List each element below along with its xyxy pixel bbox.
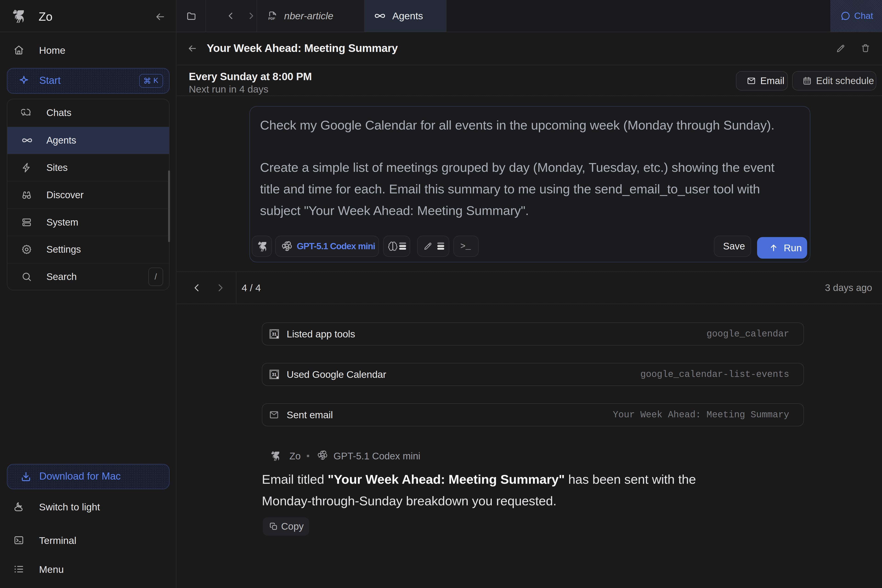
svg-text:PDF: PDF bbox=[268, 16, 275, 21]
svg-text:31: 31 bbox=[272, 332, 276, 336]
svg-text:31: 31 bbox=[272, 372, 276, 377]
